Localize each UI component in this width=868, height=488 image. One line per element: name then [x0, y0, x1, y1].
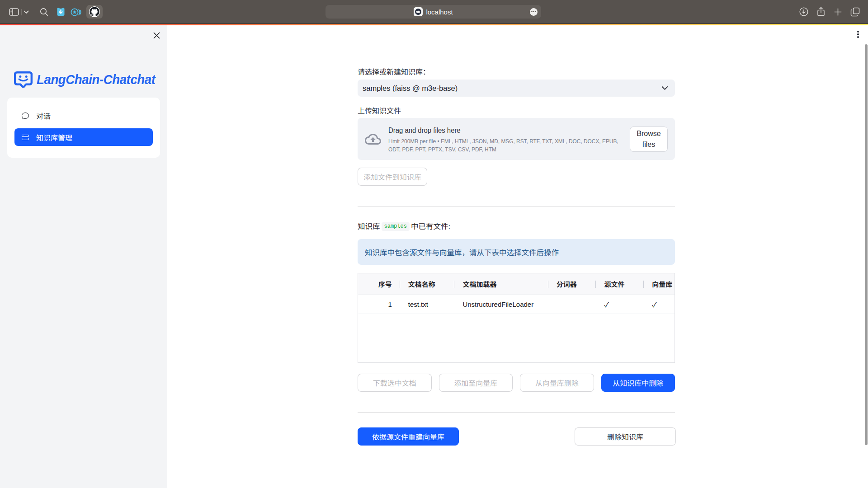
tab-overview-icon[interactable] — [850, 7, 860, 17]
app-menu-icon[interactable] — [854, 30, 863, 39]
divider — [358, 412, 675, 413]
bottom-actions: 依据源文件重建向量库 删除知识库 — [358, 427, 675, 446]
menu-item-label: 知识库管理 — [36, 132, 72, 143]
info-banner: 知识库中包含源文件与向量库，请从下表中选择文件后操作 — [358, 239, 675, 265]
chevron-down-icon[interactable] — [24, 10, 29, 14]
delete-from-vectorstore-button[interactable]: 从向量库删除 — [520, 374, 594, 392]
menu-item-knowledge-base[interactable]: 知识库管理 — [14, 128, 153, 146]
browser-chrome: localhost — [0, 0, 868, 24]
cell-loader: UnstructuredFileLoader — [454, 295, 548, 314]
scrollbar-thumb[interactable] — [865, 44, 868, 445]
new-tab-icon[interactable] — [834, 8, 842, 16]
kb-files-heading: 知识库 samples 中已有文件: — [358, 221, 675, 232]
address-bar[interactable]: localhost — [326, 5, 541, 19]
chat-icon — [22, 112, 29, 119]
kb-selectbox[interactable]: samples (faiss @ m3e-base) — [358, 80, 675, 97]
cell-splitter — [548, 295, 596, 314]
logo-chat-icon — [14, 71, 33, 88]
divider — [358, 206, 675, 206]
browse-files-button[interactable]: Browse files — [630, 127, 668, 152]
site-favicon — [414, 7, 423, 16]
dropzone-hint: Limit 200MB per file • EML, HTML, JSON, … — [388, 137, 599, 153]
row-actions: 下载选中文档 添加至向量库 从向量库删除 从知识库中删除 — [358, 374, 675, 392]
col-header-source[interactable]: 源文件 — [596, 273, 644, 295]
menu-item-chat[interactable]: 对话 — [14, 107, 153, 124]
extension-circles-icon[interactable] — [71, 8, 81, 17]
download-selected-button[interactable]: 下载选中文档 — [358, 374, 432, 392]
delete-kb-button[interactable]: 删除知识库 — [575, 427, 676, 446]
col-header-loader[interactable]: 文档加载器 — [454, 273, 548, 295]
kb-selectbox-value: samples (faiss @ m3e-base) — [363, 84, 661, 93]
menu-item-label: 对话 — [36, 110, 51, 121]
sidebar-close-icon[interactable] — [152, 31, 161, 40]
url-text: localhost — [426, 8, 453, 16]
kb-name-code: samples — [382, 222, 410, 231]
add-files-wrapper: 添加文件到知识库 — [358, 168, 675, 186]
file-dropzone[interactable]: Drag and drop files here Limit 200MB per… — [358, 118, 675, 160]
table-header-row: 序号 文档名称 文档加载器 分词器 源文件 向量库 — [358, 273, 675, 295]
files-table: 序号 文档名称 文档加载器 分词器 源文件 向量库 1 test.txt Uns… — [358, 273, 675, 363]
github-extension-button[interactable] — [86, 5, 103, 19]
toolbar-divider — [21, 9, 22, 15]
main-area: 请选择或新建知识库： samples (faiss @ m3e-base) 上传… — [167, 25, 868, 488]
col-header-vector[interactable]: 向量库 — [644, 273, 675, 295]
cell-in-folder: ✓ — [596, 295, 644, 314]
cell-in-db: ✓ — [644, 295, 675, 314]
cell-no: 1 — [358, 295, 400, 314]
kb-select-label: 请选择或新建知识库： — [358, 66, 675, 78]
app-logo: LangChain-Chatchat — [14, 71, 161, 88]
sidebar: LangChain-Chatchat 对话 知识库管理 — [0, 25, 167, 488]
database-stack-icon — [22, 134, 29, 141]
cloud-upload-icon — [365, 131, 381, 147]
add-to-vectorstore-button[interactable]: 添加至向量库 — [439, 374, 513, 392]
uploader-label: 上传知识文件 — [358, 105, 675, 117]
search-icon[interactable] — [40, 8, 48, 16]
select-chevron-icon — [661, 86, 668, 90]
share-icon[interactable] — [816, 7, 826, 17]
col-header-no[interactable]: 序号 — [358, 273, 400, 295]
sidebar-toggle-icon[interactable] — [9, 8, 19, 16]
dropzone-title: Drag and drop files here — [388, 125, 613, 136]
col-header-splitter[interactable]: 分词器 — [548, 273, 596, 295]
rebuild-vectorstore-button[interactable]: 依据源文件重建向量库 — [358, 427, 459, 446]
cell-name: test.txt — [400, 295, 455, 314]
extension-bookmark-icon[interactable] — [56, 7, 66, 16]
sidebar-menu: 对话 知识库管理 — [7, 98, 160, 158]
logo-text: LangChain-Chatchat — [37, 72, 156, 87]
page-options-icon[interactable] — [530, 8, 538, 16]
table-row[interactable]: 1 test.txt UnstructuredFileLoader ✓ ✓ — [358, 295, 675, 314]
download-icon[interactable] — [799, 7, 808, 16]
delete-from-kb-button[interactable]: 从知识库中删除 — [601, 374, 675, 392]
add-files-button[interactable]: 添加文件到知识库 — [358, 168, 427, 186]
col-header-name[interactable]: 文档名称 — [400, 273, 455, 295]
